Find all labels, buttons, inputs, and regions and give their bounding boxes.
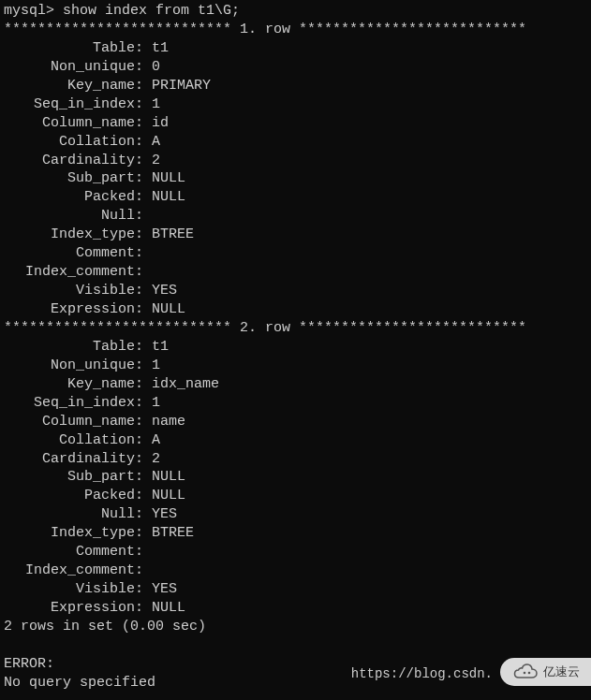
field-separator: :: [135, 283, 152, 299]
field-separator: :: [135, 525, 152, 541]
field-value: t1: [152, 40, 169, 56]
field-label: Expression: [4, 599, 135, 618]
query-output: *************************** 1. row *****…: [4, 21, 587, 618]
watermark-container: 亿速云: [500, 658, 591, 686]
field-label: Packed: [4, 487, 135, 505]
svg-point-0: [524, 672, 526, 675]
field-separator: :: [135, 562, 152, 578]
field-separator: :: [135, 506, 152, 522]
row-divider: *************************** 1. row *****…: [4, 21, 587, 39]
field-line: Seq_in_index: 1: [4, 95, 587, 114]
field-value: 2: [152, 451, 160, 467]
field-separator: :: [135, 264, 152, 280]
field-line: Seq_in_index: 1: [4, 394, 587, 413]
field-separator: :: [135, 134, 152, 150]
field-line: Table: t1: [4, 39, 587, 58]
field-separator: :: [135, 301, 152, 317]
field-value: NULL: [152, 301, 185, 317]
field-value: BTREE: [152, 525, 194, 541]
field-value: NULL: [152, 170, 185, 186]
field-value: YES: [152, 581, 177, 597]
field-separator: :: [135, 376, 152, 392]
field-line: Index_comment:: [4, 263, 587, 282]
field-separator: :: [135, 544, 152, 560]
field-value: t1: [152, 339, 169, 355]
field-value: idx_name: [152, 376, 219, 392]
field-value: PRIMARY: [152, 78, 211, 94]
field-line: Column_name: name: [4, 413, 587, 431]
field-separator: :: [135, 451, 152, 467]
field-separator: :: [135, 78, 152, 94]
field-line: Key_name: PRIMARY: [4, 77, 587, 95]
svg-point-1: [528, 672, 531, 675]
field-label: Non_unique: [4, 58, 135, 77]
command-text: show index from t1\G;: [63, 3, 240, 19]
watermark-text: 亿速云: [543, 664, 580, 679]
cloud-icon: [513, 664, 539, 680]
field-separator: :: [135, 245, 152, 261]
field-label: Cardinality: [4, 152, 135, 170]
prompt-label: mysql>: [4, 3, 54, 19]
field-line: Null:: [4, 207, 587, 226]
field-label: Index_type: [4, 524, 135, 543]
field-line: Cardinality: 2: [4, 450, 587, 469]
field-line: Sub_part: NULL: [4, 468, 587, 487]
field-value: YES: [152, 283, 177, 299]
field-value: name: [152, 414, 185, 430]
field-label: Packed: [4, 188, 135, 207]
field-line: Collation: A: [4, 133, 587, 152]
field-line: Non_unique: 0: [4, 58, 587, 77]
field-line: Null: YES: [4, 505, 587, 524]
field-line: Visible: YES: [4, 580, 587, 599]
field-label: Visible: [4, 282, 135, 300]
field-separator: :: [135, 208, 152, 224]
field-label: Collation: [4, 431, 135, 450]
field-separator: :: [135, 469, 152, 485]
field-separator: :: [135, 96, 152, 112]
field-value: NULL: [152, 189, 185, 205]
field-label: Null: [4, 505, 135, 524]
field-label: Collation: [4, 133, 135, 152]
field-label: Seq_in_index: [4, 394, 135, 413]
field-line: Visible: YES: [4, 282, 587, 300]
field-separator: :: [135, 581, 152, 597]
field-value: BTREE: [152, 226, 194, 242]
field-line: Collation: A: [4, 431, 587, 450]
command-line[interactable]: mysql> show index from t1\G;: [4, 2, 587, 21]
field-line: Sub_part: NULL: [4, 169, 587, 188]
field-separator: :: [135, 414, 152, 430]
field-value: 2: [152, 153, 160, 168]
field-label: Table: [4, 338, 135, 357]
field-line: Comment:: [4, 244, 587, 263]
field-line: Non_unique: 1: [4, 357, 587, 375]
field-value: id: [152, 115, 169, 131]
field-label: Key_name: [4, 77, 135, 95]
field-label: Expression: [4, 300, 135, 319]
field-label: Index_type: [4, 226, 135, 244]
field-line: Key_name: idx_name: [4, 375, 587, 394]
field-separator: :: [135, 153, 152, 168]
blog-url-watermark: https://blog.csdn.: [351, 665, 493, 683]
field-separator: :: [135, 115, 152, 131]
field-line: Index_comment:: [4, 561, 587, 580]
field-value: 0: [152, 59, 160, 75]
field-separator: :: [135, 40, 152, 56]
field-label: Comment: [4, 244, 135, 263]
field-label: Column_name: [4, 413, 135, 431]
field-label: Sub_part: [4, 468, 135, 487]
field-value: 1: [152, 395, 160, 411]
row-divider: *************************** 2. row *****…: [4, 319, 587, 338]
field-label: Column_name: [4, 114, 135, 133]
field-line: Expression: NULL: [4, 599, 587, 618]
field-label: Index_comment: [4, 561, 135, 580]
field-separator: :: [135, 488, 152, 503]
field-value: NULL: [152, 488, 185, 503]
field-line: Index_type: BTREE: [4, 524, 587, 543]
field-label: Key_name: [4, 375, 135, 394]
field-line: Expression: NULL: [4, 300, 587, 319]
field-separator: :: [135, 59, 152, 75]
field-line: Column_name: id: [4, 114, 587, 133]
field-value: YES: [152, 506, 177, 522]
summary-line: 2 rows in set (0.00 sec): [4, 618, 587, 636]
field-line: Table: t1: [4, 338, 587, 357]
